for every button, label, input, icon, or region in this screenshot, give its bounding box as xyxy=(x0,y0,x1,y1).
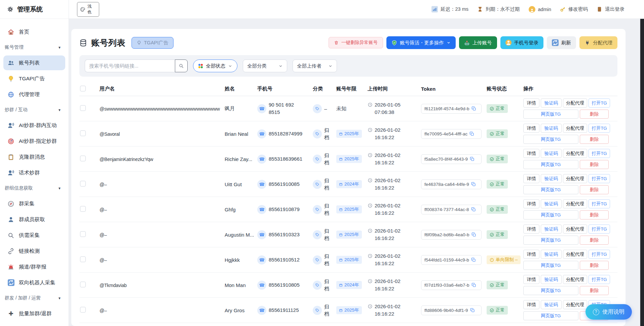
web-tg-button[interactable]: 网页版TG xyxy=(523,185,578,194)
assign-proxy-button[interactable]: 分配代理 xyxy=(563,149,587,158)
delete-button[interactable]: 删除 xyxy=(580,110,609,119)
row-checkbox[interactable] xyxy=(80,156,86,161)
row-checkbox[interactable] xyxy=(80,282,86,287)
open-tg-button[interactable]: 打开TG xyxy=(589,275,610,284)
sidebar-group[interactable]: 群发 / 加群 / 运营 ▼ xyxy=(0,291,69,305)
detail-button[interactable]: 详情 xyxy=(523,275,539,284)
refresh-button[interactable]: 刷新 xyxy=(547,36,576,49)
copy-icon[interactable] xyxy=(471,283,476,287)
theme-toggle-button[interactable]: 浅色 xyxy=(77,2,99,17)
token-field[interactable]: f544fdd1-0159-44c9-b xyxy=(421,255,482,265)
logout-button[interactable]: 退出登录 xyxy=(597,6,624,12)
detail-button[interactable]: 详情 xyxy=(523,199,539,208)
verification-code-button[interactable]: 验证码 xyxy=(541,149,562,158)
copy-icon[interactable] xyxy=(469,131,474,136)
open-tg-button[interactable]: 打开TG xyxy=(589,124,610,133)
detail-button[interactable]: 详情 xyxy=(523,300,539,309)
verification-code-button[interactable]: 验证码 xyxy=(541,124,562,133)
sidebar-item[interactable]: 代理管理 xyxy=(3,87,65,102)
delete-button[interactable]: 删除 xyxy=(580,185,609,194)
verification-code-button[interactable]: 验证码 xyxy=(541,199,562,208)
window-scrollbar[interactable] xyxy=(640,19,644,326)
row-checkbox[interactable] xyxy=(80,130,86,136)
change-password-button[interactable]: 修改密码 xyxy=(560,6,588,12)
sidebar-group[interactable]: 群组信息获取 ▼ xyxy=(0,181,69,195)
token-field[interactable]: fe46378a-ca64-44fe-9 xyxy=(421,179,482,189)
verification-code-button[interactable]: 验证码 xyxy=(541,98,562,108)
category-filter[interactable]: 全部分类 xyxy=(243,59,287,72)
row-checkbox[interactable] xyxy=(80,307,86,313)
assign-proxy-button[interactable]: 分配代理 xyxy=(563,300,587,309)
verification-code-button[interactable]: 验证码 xyxy=(541,300,562,309)
assign-proxy-button[interactable]: 分配代理 xyxy=(563,174,587,183)
row-checkbox[interactable] xyxy=(80,206,86,212)
web-tg-button[interactable]: 网页版TG xyxy=(523,135,578,144)
token-field[interactable]: f5a8ec70-8f4f-4643-9 xyxy=(421,154,482,164)
web-tg-button[interactable]: 网页版TG xyxy=(523,236,578,245)
delete-button[interactable]: 删除 xyxy=(580,236,609,245)
token-field[interactable]: f07d1f93-03a6-4eb7-b xyxy=(421,280,482,290)
verification-code-button[interactable]: 验证码 xyxy=(541,225,562,234)
copy-icon[interactable] xyxy=(471,232,476,237)
web-tg-button[interactable]: 网页版TG xyxy=(523,110,578,119)
sidebar-item[interactable]: 频道/群举报 xyxy=(3,259,65,274)
detail-button[interactable]: 详情 xyxy=(523,174,539,183)
delete-button[interactable]: 删除 xyxy=(580,135,609,144)
upload-accounts-button[interactable]: 上传账号 xyxy=(459,36,497,49)
status-filter[interactable]: 全部状态 xyxy=(193,59,237,72)
search-input[interactable] xyxy=(85,59,175,72)
web-tg-button[interactable]: 网页版TG xyxy=(523,160,578,169)
sidebar-item[interactable]: ⋯ 关键字回复 xyxy=(3,322,65,326)
open-tg-button[interactable]: 打开TG xyxy=(589,250,610,259)
sidebar-item[interactable]: 克隆群消息 xyxy=(3,150,65,164)
row-checkbox[interactable] xyxy=(80,181,86,187)
delete-button[interactable]: 删除 xyxy=(580,286,609,295)
sidebar-item[interactable]: 群成员获取 xyxy=(3,212,65,227)
delete-abnormal-button[interactable]: 一键删除异常账号 xyxy=(329,37,383,48)
open-tg-button[interactable]: 打开TG xyxy=(589,225,610,234)
uploader-filter[interactable]: 全部上传者 xyxy=(293,59,337,72)
copy-icon[interactable] xyxy=(471,257,476,262)
open-tg-button[interactable]: 打开TG xyxy=(589,98,610,108)
copy-icon[interactable] xyxy=(470,308,475,313)
sidebar-item[interactable]: 群采集 xyxy=(3,196,65,211)
assign-proxy-button[interactable]: 分配代理 xyxy=(563,250,587,259)
token-field[interactable]: f6121b9f-4574-4e9d-b xyxy=(421,104,482,114)
open-tg-button[interactable]: 打开TG xyxy=(589,149,610,158)
verification-code-button[interactable]: 验证码 xyxy=(541,275,562,284)
row-checkbox[interactable] xyxy=(80,256,86,262)
copy-icon[interactable] xyxy=(471,182,476,187)
delete-button[interactable]: 删除 xyxy=(580,160,609,169)
token-field[interactable]: ffd88606-9b40-4df1-9 xyxy=(421,305,482,315)
copy-icon[interactable] xyxy=(470,157,475,161)
sidebar-group[interactable]: 炒群 / 互动 ▼ xyxy=(0,103,69,117)
assign-proxy-button[interactable]: 分配代理 xyxy=(563,275,587,284)
sidebar-item[interactable]: 话术炒群 xyxy=(3,165,65,180)
sidebar-item[interactable]: AI炒群-群内互动 xyxy=(3,118,65,133)
web-tg-button[interactable]: 网页版TG xyxy=(523,261,578,270)
web-tg-button[interactable]: 网页版TG xyxy=(523,286,578,295)
assign-proxy-button[interactable]: 分配代理 xyxy=(563,124,587,133)
filter-more-button[interactable]: 账号筛活・更多操作 xyxy=(386,36,456,49)
assign-proxy-button[interactable]: 分配代理 xyxy=(563,98,587,108)
sidebar-item[interactable]: 账号列表 xyxy=(3,55,65,70)
sidebar-item[interactable]: TGAPI广告 xyxy=(3,71,65,86)
verification-code-button[interactable]: 验证码 xyxy=(541,250,562,259)
detail-button[interactable]: 详情 xyxy=(523,225,539,234)
copy-icon[interactable] xyxy=(471,207,476,212)
sidebar-group[interactable]: 账号管理 ▼ xyxy=(0,40,69,54)
open-tg-button[interactable]: 打开TG xyxy=(589,199,610,208)
copy-icon[interactable] xyxy=(471,106,476,111)
token-field[interactable]: ffe70095-4e54-4fff-ac xyxy=(421,129,482,139)
detail-button[interactable]: 详情 xyxy=(523,250,539,259)
sidebar-item[interactable]: 供需采集 xyxy=(3,228,65,243)
detail-button[interactable]: 详情 xyxy=(523,124,539,133)
web-tg-button[interactable]: 网页版TG xyxy=(523,311,578,320)
assign-proxy-button[interactable]: 分配代理 xyxy=(563,225,587,234)
open-tg-button[interactable]: 打开TG xyxy=(589,174,610,183)
phone-login-button[interactable]: 手机号登录 xyxy=(500,36,544,49)
row-checkbox[interactable] xyxy=(80,231,86,237)
tgapi-ad-button[interactable]: TGAPI广告 xyxy=(131,37,174,49)
row-checkbox[interactable] xyxy=(80,105,86,111)
assign-proxy-button[interactable]: 分配代理 xyxy=(563,199,587,208)
